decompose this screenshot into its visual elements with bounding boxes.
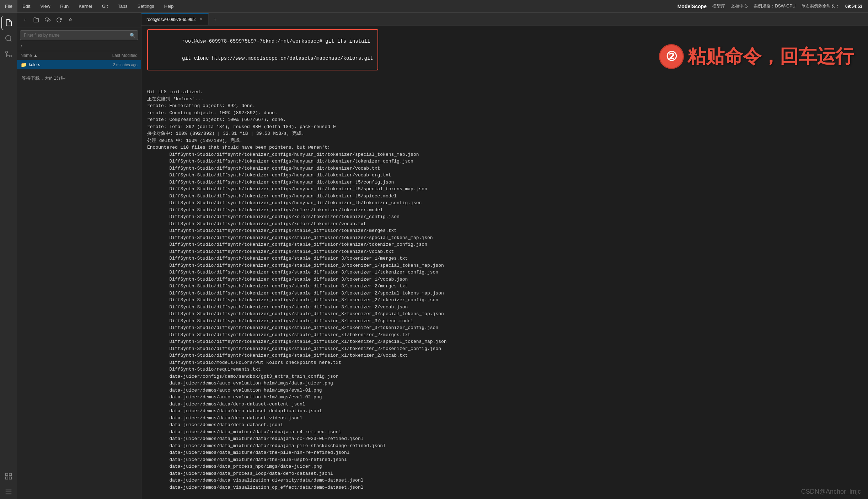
terminal-line: DiffSynth-Studio/diffsynth/tokenizer_con…: [147, 200, 862, 207]
activity-menu-icon[interactable]: [1, 485, 16, 499]
activity-bar: [0, 13, 17, 499]
menu-bar: File Edit View Run Kernel Git Tabs Setti…: [0, 0, 868, 13]
terminal-line: DiffSynth-Studio/diffsynth/tokenizer_con…: [147, 276, 862, 283]
terminal-line: data-juicer/demos/data_process_hpo/imgs/…: [147, 463, 862, 470]
terminal-line: DiffSynth-Studio/diffsynth/tokenizer_con…: [147, 338, 862, 345]
svg-rect-4: [5, 473, 7, 476]
menu-settings[interactable]: Settings: [133, 0, 159, 12]
brand-name: ModelScope: [677, 4, 707, 9]
terminal-line: data-juicer/demos/data/demo-dataset-cont…: [147, 401, 862, 408]
annotation-text: 粘贴命令，回车运行: [687, 44, 854, 69]
annotation-circle: ②: [659, 44, 684, 69]
sidebar-toolbar: +: [17, 13, 141, 27]
terminal-line: DiffSynth-Studio/diffsynth/tokenizer_con…: [147, 241, 862, 248]
terminal-line: DiffSynth-Studio/models/kolors/Put Kolor…: [147, 359, 862, 366]
terminal-line: DiffSynth-Studio/diffsynth/tokenizer_con…: [147, 158, 862, 165]
menu-file[interactable]: File: [0, 0, 17, 12]
column-modified[interactable]: Last Modified: [84, 53, 138, 58]
terminal-output: Git LFS initialized.正在克隆到 'kolors'...rem…: [147, 75, 862, 491]
tab-terminal[interactable]: root@dsw-609978-65995: ✕: [141, 13, 209, 25]
terminal-line: DiffSynth-Studio/diffsynth/tokenizer_con…: [147, 193, 862, 200]
terminal-line: remote: Counting objects: 100% (892/892)…: [147, 110, 862, 117]
wait-message: 等待下载，大约1分钟: [17, 69, 141, 87]
annotation-overlay: ② 粘贴命令，回车运行: [659, 44, 854, 69]
terminal-line: data-juicer/demos/data_visualization_op_…: [147, 484, 862, 491]
terminal-line: DiffSynth-Studio/diffsynth/tokenizer_con…: [147, 248, 862, 255]
terminal-line: DiffSynth-Studio/requirements.txt: [147, 366, 862, 373]
collapse-icon[interactable]: [65, 15, 75, 25]
timer-label: 单次实例剩余时长：: [801, 3, 840, 9]
file-modified-label: 2 minutes ago: [84, 63, 138, 67]
terminal-line: DiffSynth-Studio/diffsynth/tokenizer_con…: [147, 255, 862, 262]
column-name[interactable]: Name ▲: [21, 53, 84, 58]
docs-link[interactable]: 文档中心: [731, 3, 748, 9]
upload-icon[interactable]: [43, 15, 53, 25]
terminal-line: data-juicer/demos/data_process_loop/data…: [147, 470, 862, 477]
menu-tabs[interactable]: Tabs: [113, 0, 132, 12]
terminal-line: remote: Total 892 (delta 184), reused 88…: [147, 123, 862, 131]
terminal-line: DiffSynth-Studio/diffsynth/tokenizer_con…: [147, 227, 862, 234]
file-name-label: kolors: [29, 62, 84, 67]
terminal-line: DiffSynth-Studio/diffsynth/tokenizer_con…: [147, 151, 862, 158]
terminal-line: data-juicer/demos/data_mixture/data/redp…: [147, 435, 862, 442]
file-table-header: Name ▲ Last Modified: [17, 51, 141, 60]
terminal-line: data-juicer/demos/data_mixture/data/redp…: [147, 429, 862, 436]
terminal-line: DiffSynth-Studio/diffsynth/tokenizer_con…: [147, 310, 862, 318]
terminal-line: data-juicer/demos/auto_evaluation_helm/i…: [147, 380, 862, 387]
terminal-line: DiffSynth-Studio/diffsynth/tokenizer_con…: [147, 172, 862, 179]
terminal-line: data-juicer/demos/data/demo-dataset-dedu…: [147, 408, 862, 415]
model-library[interactable]: 模型库: [712, 3, 725, 9]
terminal-line: DiffSynth-Studio/diffsynth/tokenizer_con…: [147, 331, 862, 339]
menu-edit[interactable]: Edit: [17, 0, 35, 12]
svg-line-1: [10, 40, 11, 41]
search-icon[interactable]: 🔍: [130, 33, 135, 38]
svg-rect-6: [9, 477, 11, 479]
activity-git-icon[interactable]: [1, 47, 16, 61]
activity-search-icon[interactable]: [1, 31, 16, 46]
instance-spec: 实例规格：DSW-GPU: [754, 3, 795, 9]
file-row[interactable]: 📁 kolors 2 minutes ago: [17, 60, 141, 69]
terminal-line: Git LFS initialized.: [147, 89, 862, 96]
command-line-2: git clone https://www.modelscope.cn/data…: [152, 50, 373, 67]
menu-run[interactable]: Run: [55, 0, 74, 12]
terminal-line: DiffSynth-Studio/diffsynth/tokenizer_con…: [147, 297, 862, 304]
timer-value: 09:54:53: [845, 4, 862, 9]
breadcrumb: /: [17, 43, 141, 51]
refresh-icon[interactable]: [54, 15, 64, 25]
search-input[interactable]: [20, 30, 138, 40]
terminal-line: 处理 delta 中: 100% (189/189), 完成.: [147, 137, 862, 144]
terminal-line: DiffSynth-Studio/diffsynth/tokenizer_con…: [147, 186, 862, 193]
activity-extensions-icon[interactable]: [1, 469, 16, 483]
activity-files-icon[interactable]: [1, 16, 16, 30]
editor-area: root@dsw-609978-65995: ✕ + root@dsw-6099…: [141, 13, 868, 499]
menu-help[interactable]: Help: [159, 0, 179, 12]
sort-arrow-icon: ▲: [33, 53, 38, 58]
menu-view[interactable]: View: [35, 0, 55, 12]
terminal-line: data-juicer/configs/demo/sandbox/gpt3_ex…: [147, 373, 862, 380]
terminal-line: DiffSynth-Studio/diffsynth/tokenizer_con…: [147, 179, 862, 186]
terminal-line: DiffSynth-Studio/diffsynth/tokenizer_con…: [147, 324, 862, 331]
svg-point-3: [5, 51, 7, 53]
terminal-content[interactable]: root@dsw-609978-659975b97-7bknd:/mnt/wor…: [141, 26, 868, 499]
menu-kernel[interactable]: Kernel: [74, 0, 97, 12]
terminal-line: 接收对象中: 100% (892/892) | 32.81 MiB | 39.5…: [147, 130, 862, 137]
new-file-icon[interactable]: +: [20, 15, 30, 25]
terminal-line: DiffSynth-Studio/diffsynth/tokenizer_con…: [147, 318, 862, 325]
new-folder-icon[interactable]: [31, 15, 41, 25]
terminal-line: DiffSynth-Studio/diffsynth/tokenizer_con…: [147, 213, 862, 221]
terminal-line: DiffSynth-Studio/diffsynth/tokenizer_con…: [147, 283, 862, 290]
tab-bar: root@dsw-609978-65995: ✕ +: [141, 13, 868, 26]
watermark: CSDN@Anchor_lmjc: [801, 488, 861, 495]
sidebar: +: [17, 13, 141, 499]
terminal-line: 正在克隆到 'kolors'...: [147, 96, 862, 103]
terminal-line: DiffSynth-Studio/diffsynth/tokenizer_con…: [147, 207, 862, 214]
terminal-line: DiffSynth-Studio/diffsynth/tokenizer_con…: [147, 290, 862, 297]
folder-icon: 📁: [21, 62, 27, 68]
svg-point-0: [5, 36, 11, 41]
terminal-line: DiffSynth-Studio/diffsynth/tokenizer_con…: [147, 165, 862, 172]
tab-close-icon[interactable]: ✕: [199, 17, 203, 22]
tab-add-button[interactable]: +: [209, 13, 221, 25]
menu-git[interactable]: Git: [97, 0, 113, 12]
terminal-line: data-juicer/demos/data_mixture/data/the-…: [147, 449, 862, 456]
main-container: +: [0, 13, 868, 499]
